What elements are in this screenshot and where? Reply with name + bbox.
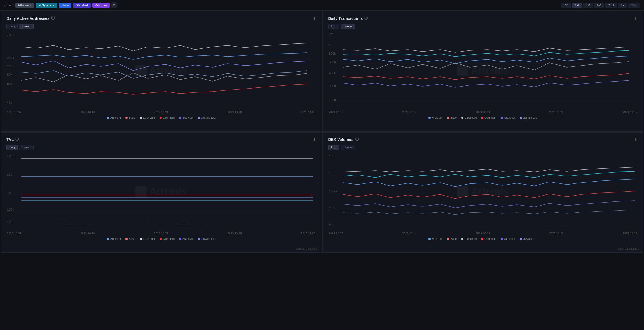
svg-text:100k: 100k — [7, 64, 14, 68]
time-3m[interactable]: 3M — [583, 3, 593, 8]
legend-tvl: Arbitrum Base Ethereum Optimism StarkNet… — [6, 237, 316, 240]
time-1y[interactable]: 1Y — [618, 3, 627, 8]
legend-base-dt: Base — [447, 116, 457, 119]
chain-ethereum[interactable]: Ethereum — [15, 3, 34, 8]
legend-optimism-daa: Optimism — [160, 116, 175, 119]
time-7d[interactable]: 7D — [561, 3, 571, 8]
legend-optimism-dex: Optimism — [481, 237, 496, 240]
svg-text:40k: 40k — [7, 101, 12, 104]
legend-zksync-tvl: zkSync Era — [198, 237, 216, 240]
time-1m[interactable]: 1M — [572, 3, 582, 8]
legend-starknet-dex: StarkNet — [501, 237, 515, 240]
x-axis-dex: 2023-10-07 2023-10-14 2023-10-21 2023-10… — [328, 232, 638, 235]
legend-zksync-dex: zkSync Era — [520, 237, 537, 240]
legend-dex: Arbitrum Base Ethereum Optimism StarkNet… — [328, 237, 638, 240]
chain-arbitrum[interactable]: Arbitrum — [92, 3, 110, 8]
download-icon-dex[interactable]: ⬇ — [634, 137, 638, 142]
chain-zksync[interactable]: zkSync Era — [36, 3, 57, 8]
legend-optimism-tvl: Optimism — [160, 237, 175, 240]
chart-dt: Artemis 2m 1m 800k 600k 400k 200k 100k — [328, 31, 638, 110]
scale-btns-dex: Log Linear — [328, 145, 638, 150]
time-filters: 7D 1M 3M 6M YTD 1Y 10Y — [561, 3, 640, 8]
scale-log-dt[interactable]: Log — [328, 24, 339, 29]
legend-arbitrum-dex: Arbitrum — [428, 237, 442, 240]
info-icon-daa[interactable]: ⓘ — [51, 16, 55, 21]
legend-base-dex: Base — [447, 237, 457, 240]
legend-ethereum-daa: Ethereum — [140, 116, 155, 119]
x-axis-dt: 2023-10-07 2023-10-14 2023-10-21 2023-10… — [328, 111, 638, 114]
scale-log-daa[interactable]: Log — [6, 24, 18, 29]
svg-text:100m: 100m — [7, 208, 15, 211]
dashboard-grid: Daily Active Addresses ⓘ ⬇ Log Linear Ar… — [0, 11, 644, 253]
chain-label: Chain — [4, 4, 13, 7]
panel-title-daa: Daily Active Addresses — [6, 16, 50, 21]
panel-title-tvl: TVL — [6, 137, 14, 142]
source-label-dex: Source: DefiLlama — [618, 247, 639, 250]
panel-title-dt: Daily Transactions — [328, 16, 363, 21]
info-icon-dex[interactable]: ⓘ — [355, 137, 359, 142]
download-icon-daa[interactable]: ⬇ — [313, 16, 316, 21]
svg-text:200k: 200k — [329, 84, 336, 87]
svg-dt: 2m 1m 800k 600k 400k 200k 100k — [328, 31, 638, 110]
scale-log-tvl[interactable]: Log — [6, 145, 18, 150]
x-axis-daa: 2023-10-07 2023-10-14 2023-10-21 2023-10… — [6, 111, 316, 114]
panel-dex-volumes: DEX Volumes ⓘ ⬇ Log Linear Artemis 10b 1… — [322, 132, 644, 253]
scale-linear-tvl[interactable]: Linear — [19, 145, 34, 150]
chart-tvl: Artemis 100b 10b 1b 100m 10m — [6, 152, 316, 231]
svg-dex: 10b 1b 100m 10m 1m — [328, 152, 638, 231]
legend-zksync-daa: zkSync Era — [198, 116, 216, 119]
time-ytd[interactable]: YTD — [605, 3, 617, 8]
legend-base-tvl: Base — [125, 237, 135, 240]
svg-text:600k: 600k — [329, 60, 336, 64]
scale-log-dex[interactable]: Log — [328, 145, 339, 150]
scale-btns-dt: Log Linear — [328, 24, 638, 29]
info-icon-dt[interactable]: ⓘ — [364, 16, 368, 21]
svg-text:60k: 60k — [7, 83, 12, 86]
panel-title-dex: DEX Volumes — [328, 137, 353, 142]
svg-text:1b: 1b — [7, 191, 11, 194]
legend-ethereum-dex: Ethereum — [461, 237, 477, 240]
legend-starknet-dt: StarkNet — [501, 116, 515, 119]
chart-dex: Artemis 10b 1b 100m 10m 1m — [328, 152, 638, 231]
top-bar: Chain Ethereum zkSync Era Base StarkNet … — [0, 0, 644, 11]
source-label-tvl: Source: DefiLlama — [296, 247, 317, 250]
svg-text:100b: 100b — [7, 155, 14, 158]
time-10y[interactable]: 10Y — [628, 3, 640, 8]
download-icon-dt[interactable]: ⬇ — [634, 16, 638, 21]
legend-starknet-daa: StarkNet — [179, 116, 193, 119]
svg-daa: 400k 200k 100k 80k 60k 40k — [6, 31, 316, 110]
legend-ethereum-dt: Ethereum — [461, 116, 477, 119]
chart-daa: Artemis 400k 200k 100k 80k 60k 40k — [6, 31, 316, 110]
svg-text:200k: 200k — [7, 56, 14, 59]
svg-text:80k: 80k — [7, 73, 12, 76]
legend-dt: Arbitrum Base Ethereum Optimism StarkNet… — [328, 116, 638, 119]
chain-dropdown[interactable]: ▾ — [111, 2, 117, 8]
svg-text:400k: 400k — [329, 71, 336, 75]
panel-daily-active-addresses: Daily Active Addresses ⓘ ⬇ Log Linear Ar… — [1, 11, 322, 132]
panel-tvl: TVL ⓘ ⬇ Log Linear Artemis 100b 10b 1b — [1, 132, 322, 253]
time-6m[interactable]: 6M — [594, 3, 604, 8]
legend-zksync-dt: zkSync Era — [520, 116, 537, 119]
scale-linear-dex[interactable]: Linear — [341, 145, 355, 150]
svg-text:100m: 100m — [329, 190, 337, 193]
svg-tvl: 100b 10b 1b 100m 10m — [6, 152, 316, 231]
legend-base-daa: Base — [125, 116, 135, 119]
legend-ethereum-tvl: Ethereum — [140, 237, 155, 240]
download-icon-tvl[interactable]: ⬇ — [313, 137, 316, 142]
info-icon-tvl[interactable]: ⓘ — [15, 137, 19, 142]
x-axis-tvl: 2023-10-07 2023-10-14 2023-10-21 2023-10… — [6, 232, 316, 235]
chain-starknet[interactable]: StarkNet — [73, 3, 91, 8]
panel-daily-transactions: Daily Transactions ⓘ ⬇ Log Linear Artemi… — [322, 11, 644, 132]
legend-arbitrum-tvl: Arbitrum — [107, 237, 121, 240]
scale-linear-dt[interactable]: Linear — [341, 24, 355, 29]
svg-text:10b: 10b — [329, 155, 334, 158]
svg-text:1m: 1m — [329, 43, 333, 47]
svg-text:400k: 400k — [7, 34, 14, 37]
scale-linear-daa[interactable]: Linear — [19, 24, 34, 29]
svg-text:10b: 10b — [7, 173, 12, 176]
scale-btns-tvl: Log Linear — [6, 145, 316, 150]
scale-btns-daa: Log Linear — [6, 24, 316, 29]
legend-optimism-dt: Optimism — [481, 116, 496, 119]
svg-text:1b: 1b — [329, 171, 332, 175]
chain-base[interactable]: Base — [59, 3, 71, 8]
